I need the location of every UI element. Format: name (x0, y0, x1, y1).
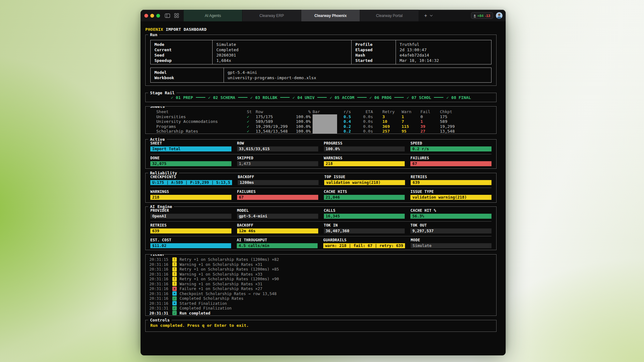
stat-label: WARNINGS (150, 190, 231, 194)
stat-value-badge: 33,615/33,615 (237, 146, 318, 151)
chevron-down-icon[interactable] (430, 10, 433, 21)
sheet-status-check: ✓ (247, 124, 256, 129)
ticker-panel: Ticker 20:31:15!Retry +1 on Scholarship … (145, 254, 497, 316)
stage-item: ✓ 05 ACCOM (330, 95, 354, 100)
stat-cell: PROGRESS100.0% (324, 141, 405, 151)
ticker-timestamp: 20:31:31 (149, 306, 169, 310)
ticker-yellow-icon: ! (172, 262, 177, 266)
stat-cell: RETRIES639 (150, 223, 231, 233)
tab-clearway-erp[interactable]: Clearway ERP (242, 10, 301, 21)
sheet-retry: 369 (382, 124, 402, 129)
run-field-label: Started (355, 58, 396, 63)
stage-connector (434, 97, 443, 98)
tab-ai-agents[interactable]: AI Agents (183, 10, 242, 21)
stat-label: SPEED (410, 141, 491, 145)
stat-label: CALLS (324, 209, 405, 213)
ticker-log: 20:31:15!Retry +1 on Scholarship Rates (… (146, 255, 496, 315)
minimize-button[interactable] (150, 14, 154, 18)
ticker-cyan-icon: • (172, 301, 177, 305)
stat-label: GUARDRAILS (323, 238, 405, 242)
diff-removed: -13 (485, 14, 490, 18)
ticker-message: Retry +1 on Scholarship Rates (1200ms) ×… (180, 267, 496, 272)
tab-clearway-phoenix[interactable]: Clearway Phoenix (301, 10, 360, 21)
ticker-timestamp: 20:31:16 (149, 296, 169, 301)
sheet-row: Universities✓175/175100.0%0.50.0s310175 (156, 114, 493, 119)
sheet-percent: 100.0% (294, 119, 311, 124)
stage-connector (357, 97, 367, 98)
stat-value-badge: 67 (237, 195, 318, 200)
run-model-box: ModelWorkbookgpt-5.4-miniuniversity-prog… (150, 68, 491, 83)
diff-stats-badge[interactable]: ± +84 -13 (471, 12, 493, 19)
sheets-header-cell: Bar (313, 109, 337, 114)
stat-value-badge: Simulate (411, 243, 491, 248)
ticker-red-icon: x (172, 287, 177, 291)
new-tab-button[interactable]: + (424, 10, 427, 21)
ai-engine-stats: PROVIDEROpenAIMODELgpt-5.4-miniCALLS16,3… (146, 207, 496, 251)
stat-row: EST. COST$11.02AI THROUGHPUT4.5 calls/mi… (150, 236, 491, 251)
zoom-button[interactable] (156, 14, 160, 18)
stat-value-badge: 32,075 (150, 161, 231, 166)
stage-rail: ✓ 01 PREP✓ 02 SCHEMA✓ 03 ROLLBK✓ 04 UNIV… (146, 93, 496, 102)
sheets-header-cell: Fail (420, 109, 440, 114)
sheet-status-check: ✓ (247, 129, 256, 134)
ticker-message: Warning +1 on Scholarship Rates ×31 (180, 282, 496, 286)
ai-engine-panel-label: AI Engine (148, 204, 174, 209)
run-labels-column: ModelWorkbook (151, 68, 224, 82)
ticker-yellow-icon: ! (172, 277, 177, 281)
sheet-retry: 3 (382, 114, 402, 119)
sheet-row: Programs✓19,299/19,299100.0%0.20.0s36911… (156, 124, 493, 129)
sheet-checkpoint: 13,548 (440, 129, 493, 134)
plus-minus-icon: ± (474, 14, 476, 18)
sheet-retry: 10 (382, 119, 402, 124)
tab-label: Clearway ERP (259, 14, 284, 18)
ticker-row: 20:31:15!Retry +1 on Scholarship Rates (… (149, 257, 496, 262)
sheets-header-cell: % (294, 109, 311, 114)
run-values-column: SimulateCompleted202603011,684x (212, 40, 351, 64)
sheet-fail: 39 (420, 124, 440, 129)
sheet-progress-fill (313, 124, 337, 129)
tab-overview-icon[interactable] (174, 13, 179, 18)
sheet-percent: 100.0% (294, 114, 311, 119)
ticker-message: Run completed (180, 311, 496, 315)
run-field-label: Elapsed (355, 47, 396, 52)
stat-value-badge: Import Total (150, 146, 231, 151)
sheet-row-count: 19,299/19,299 (256, 124, 294, 129)
tab-label: AI Agents (205, 14, 221, 18)
sheet-rate: 0.2 (337, 129, 351, 134)
stat-label: TOK OUT (410, 223, 491, 228)
ticker-timestamp: 20:31:16 (149, 301, 169, 306)
stat-row: RETRIES639BACKOFF12m 46sTOK IN36,407,360… (150, 221, 491, 236)
reliability-panel: Reliability CHECKPOINTSU:175 | A:589 | P… (145, 173, 497, 203)
stat-cell: PROVIDEROpenAI (150, 209, 231, 219)
stat-cell: BACKOFF1200ms (238, 175, 319, 185)
stat-value-badge: 0.2 r/s (410, 146, 491, 151)
stat-row: PROVIDEROpenAIMODELgpt-5.4-miniCALLS16,3… (150, 207, 491, 221)
run-field-label: Current (154, 47, 212, 52)
stat-label: ISSUE TYPE (410, 190, 491, 194)
run-field-value: Completed (216, 47, 351, 52)
sheet-retry: 257 (382, 129, 402, 134)
stat-row: WARNINGS218FAILURES67CACHE HITS21,046ISS… (150, 188, 491, 202)
stat-cell: ROW33,615/33,615 (237, 141, 318, 151)
stat-cell: FAILURES67 (410, 156, 491, 166)
stage-connector (196, 97, 205, 98)
sheet-checkpoint: 589 (440, 119, 493, 124)
ticker-message: Warning +1 on Scholarship Rates ×33 (180, 272, 496, 277)
run-values-column: Truthful2d 13:00:47e4afeb72da14Mar 18, 1… (396, 40, 491, 64)
stat-cell: SHEETImport Total (150, 141, 231, 151)
avatar[interactable] (496, 12, 502, 19)
active-panel: Active SHEETImport TotalROW33,615/33,615… (145, 139, 497, 169)
stat-cell: CALLS16,345 (324, 209, 405, 219)
sidebar-toggle-icon[interactable] (165, 14, 170, 18)
sheet-warn: 115 (402, 124, 420, 129)
close-button[interactable] (144, 14, 148, 18)
sheets-header-cell: ETA (351, 109, 373, 114)
ticker-timestamp: 20:31:16 (149, 286, 169, 291)
sheet-name: Programs (156, 124, 247, 129)
ticker-timestamp: 20:31:16 (149, 277, 169, 281)
sheet-percent: 100.0% (294, 129, 311, 134)
stat-cell: TOP ISSUEvalidation warning(218) (324, 175, 405, 185)
tab-clearway-portal[interactable]: Clearway Portal (360, 10, 419, 21)
ticker-row: 20:31:16•Checkpoint Scholarship Rates → … (149, 291, 496, 296)
stat-cell: EST. COST$11.02 (150, 238, 231, 248)
